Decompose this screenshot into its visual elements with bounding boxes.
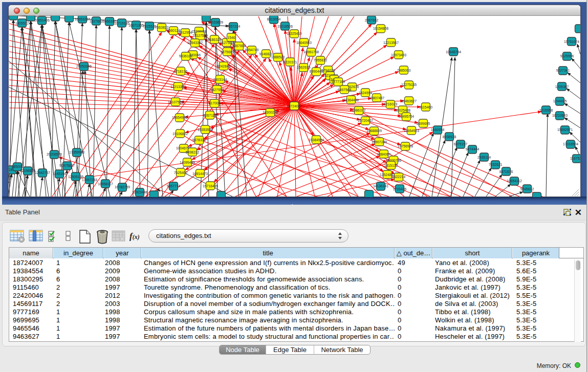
svg-text:16033809: 16033809 bbox=[208, 20, 223, 24]
svg-text:1640954: 1640954 bbox=[431, 128, 445, 132]
svg-text:9836102: 9836102 bbox=[179, 54, 193, 58]
svg-text:16914473: 16914473 bbox=[192, 172, 208, 176]
svg-text:1209387: 1209387 bbox=[555, 85, 569, 89]
svg-text:1733426: 1733426 bbox=[393, 187, 407, 191]
svg-text:1145194: 1145194 bbox=[53, 172, 66, 176]
svg-text:16782759: 16782759 bbox=[115, 185, 130, 189]
svg-text:19218506: 19218506 bbox=[277, 25, 293, 28]
svg-text:5498222: 5498222 bbox=[186, 150, 200, 154]
svg-text:18300295: 18300295 bbox=[263, 111, 278, 114]
svg-text:9474444: 9474444 bbox=[466, 147, 480, 151]
svg-text:10654112: 10654112 bbox=[507, 179, 522, 183]
svg-text:14136141: 14136141 bbox=[373, 184, 388, 188]
svg-text:19106822: 19106822 bbox=[172, 132, 188, 136]
svg-text:16154808: 16154808 bbox=[373, 27, 388, 30]
svg-text:9878332: 9878332 bbox=[192, 138, 206, 142]
svg-text:7955812: 7955812 bbox=[314, 58, 328, 62]
svg-text:20206576: 20206576 bbox=[47, 152, 62, 156]
svg-text:18640910: 18640910 bbox=[296, 41, 312, 45]
svg-text:2935114: 2935114 bbox=[477, 156, 491, 159]
svg-text:10688609: 10688609 bbox=[366, 129, 382, 133]
svg-text:2367608: 2367608 bbox=[232, 44, 246, 48]
svg-text:8813054: 8813054 bbox=[267, 17, 281, 21]
svg-text:8471676: 8471676 bbox=[499, 170, 513, 173]
svg-text:7515526: 7515526 bbox=[143, 25, 157, 28]
svg-text:19654985: 19654985 bbox=[172, 116, 187, 119]
svg-text:17359938: 17359938 bbox=[69, 150, 84, 154]
svg-text:7632621: 7632621 bbox=[489, 163, 503, 166]
svg-text:10648784: 10648784 bbox=[446, 50, 461, 54]
svg-text:12275135: 12275135 bbox=[401, 83, 417, 86]
svg-text:1167533: 1167533 bbox=[570, 157, 580, 160]
svg-text:9657774: 9657774 bbox=[167, 184, 181, 188]
svg-text:17957253: 17957253 bbox=[82, 178, 97, 182]
svg-text:15716485: 15716485 bbox=[203, 184, 218, 188]
svg-text:6699695: 6699695 bbox=[417, 122, 430, 125]
svg-text:17016504: 17016504 bbox=[563, 142, 578, 146]
svg-text:2087662: 2087662 bbox=[365, 18, 379, 22]
svg-text:20691406: 20691406 bbox=[34, 18, 50, 22]
svg-text:19756928: 19756928 bbox=[398, 144, 413, 148]
svg-text:10025438: 10025438 bbox=[395, 108, 410, 112]
svg-text:8938928: 8938928 bbox=[443, 135, 456, 139]
svg-text:16961758: 16961758 bbox=[303, 50, 319, 54]
svg-text:1405572: 1405572 bbox=[15, 21, 29, 25]
svg-text:14099489: 14099489 bbox=[180, 161, 195, 164]
svg-text:817008: 817008 bbox=[209, 101, 221, 105]
svg-text:19384554: 19384554 bbox=[309, 138, 324, 142]
svg-text:10973493: 10973493 bbox=[391, 53, 406, 57]
svg-text:12942737: 12942737 bbox=[35, 171, 50, 174]
svg-text:9242848: 9242848 bbox=[217, 64, 231, 68]
svg-text:10653287: 10653287 bbox=[75, 17, 90, 21]
svg-text:8220371: 8220371 bbox=[284, 60, 297, 64]
svg-text:9227341: 9227341 bbox=[556, 69, 570, 72]
svg-text:16210643: 16210643 bbox=[552, 114, 568, 117]
svg-text:11325419: 11325419 bbox=[287, 32, 302, 35]
svg-text:8267110: 8267110 bbox=[203, 114, 216, 117]
svg-text:12156829: 12156829 bbox=[20, 169, 35, 172]
svg-text:7857224: 7857224 bbox=[227, 25, 241, 28]
svg-text:15720407: 15720407 bbox=[358, 119, 373, 122]
svg-text:12923448: 12923448 bbox=[132, 190, 147, 194]
svg-text:2718176: 2718176 bbox=[174, 70, 188, 73]
svg-text:9777169: 9777169 bbox=[332, 80, 345, 83]
svg-text:1546: 1546 bbox=[227, 36, 235, 39]
svg-text:21364436: 21364436 bbox=[343, 98, 359, 102]
svg-text:12505135: 12505135 bbox=[68, 175, 83, 179]
svg-text:9129996: 9129996 bbox=[560, 54, 574, 58]
svg-text:12213967: 12213967 bbox=[383, 41, 399, 45]
svg-text:1815132: 1815132 bbox=[384, 164, 398, 167]
svg-text:10807487: 10807487 bbox=[369, 96, 384, 100]
svg-text:16107553: 16107553 bbox=[168, 100, 183, 104]
svg-text:8912954: 8912954 bbox=[179, 31, 192, 34]
svg-text:1527602: 1527602 bbox=[90, 19, 103, 23]
svg-text:28053346: 28053346 bbox=[76, 64, 92, 68]
svg-text:18907249: 18907249 bbox=[372, 140, 387, 144]
svg-text:8186328: 8186328 bbox=[208, 38, 222, 41]
svg-text:15692971: 15692971 bbox=[557, 128, 573, 132]
svg-text:18127509: 18127509 bbox=[192, 34, 208, 37]
svg-text:10543382: 10543382 bbox=[187, 41, 203, 45]
svg-text:15353593: 15353593 bbox=[198, 128, 213, 132]
svg-text:3215958: 3215958 bbox=[539, 108, 553, 112]
svg-text:16671355: 16671355 bbox=[128, 24, 144, 27]
svg-text:5875685: 5875685 bbox=[221, 50, 234, 54]
svg-text:8454749: 8454749 bbox=[245, 48, 259, 52]
svg-text:6497568: 6497568 bbox=[338, 88, 352, 92]
svg-text:1244415: 1244415 bbox=[553, 99, 567, 103]
svg-text:9115460: 9115460 bbox=[419, 105, 432, 109]
svg-text:13654923: 13654923 bbox=[404, 129, 419, 133]
svg-text:7625402: 7625402 bbox=[174, 171, 188, 174]
svg-text:15751074: 15751074 bbox=[564, 40, 579, 43]
svg-text:1562615: 1562615 bbox=[297, 65, 311, 69]
svg-text:9684067: 9684067 bbox=[377, 152, 391, 156]
svg-text:7485003: 7485003 bbox=[397, 69, 411, 72]
svg-text:18724007: 18724007 bbox=[287, 104, 302, 108]
svg-text:6216023: 6216023 bbox=[384, 102, 398, 106]
svg-text:18495754: 18495754 bbox=[399, 115, 414, 118]
svg-text:9245612: 9245612 bbox=[520, 187, 534, 191]
svg-text:9427552: 9427552 bbox=[210, 88, 224, 92]
svg-text:10719185: 10719185 bbox=[114, 21, 129, 25]
svg-text:1824554: 1824554 bbox=[359, 91, 373, 95]
svg-text:2803144: 2803144 bbox=[213, 78, 227, 81]
